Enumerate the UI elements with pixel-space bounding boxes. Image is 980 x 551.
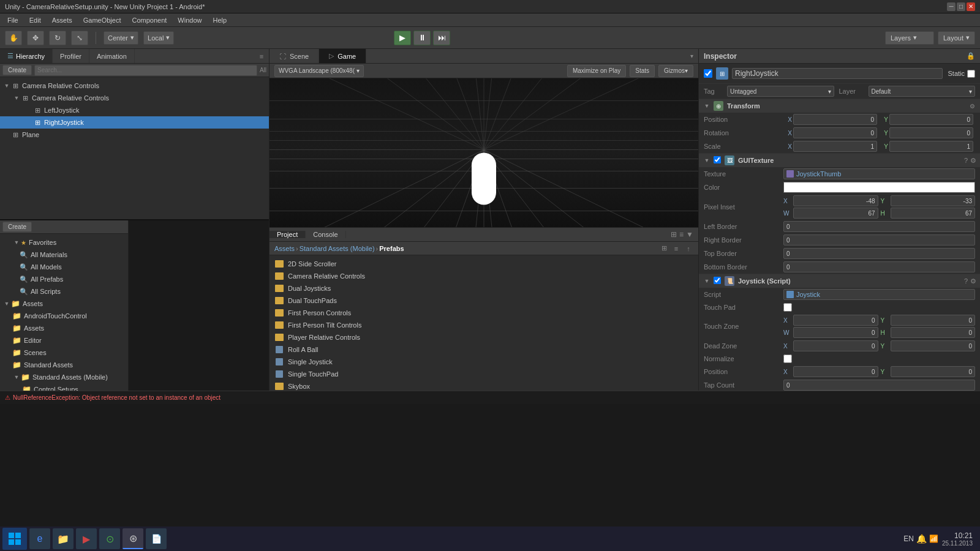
tree-item-camera-relative-child[interactable]: ▼ ⊞ Camera Relative Controls xyxy=(0,92,269,104)
project-panel-icon2[interactable]: ≡ xyxy=(679,230,684,239)
file-dual-touchpads[interactable]: Dual TouchPads xyxy=(270,294,698,307)
file-skybox[interactable]: Skybox xyxy=(270,380,698,391)
menu-window[interactable]: Window xyxy=(173,15,206,25)
proj-all-models[interactable]: 🔍 All Models xyxy=(0,261,128,273)
file-dual-joysticks[interactable]: Dual Joysticks xyxy=(270,282,698,294)
tab-hierarchy[interactable]: ☰ Hierarchy xyxy=(0,49,53,63)
scale-y-input[interactable] xyxy=(889,141,973,152)
transform-header[interactable]: ▼ ⊕ Transform ⚙ xyxy=(699,99,980,113)
create-button[interactable]: Create xyxy=(2,65,32,75)
pause-button[interactable]: ⏸ xyxy=(413,31,431,45)
menu-assets[interactable]: Assets xyxy=(47,15,77,25)
menu-file[interactable]: File xyxy=(2,15,23,25)
play-button[interactable]: ▶ xyxy=(394,31,411,45)
step-button[interactable]: ⏭ xyxy=(433,31,450,45)
proj-assets-sub[interactable]: 📁 Assets xyxy=(0,322,128,334)
proj-control-setups[interactable]: 📁 Control Setups xyxy=(0,383,128,391)
minimize-button[interactable]: ─ xyxy=(947,2,956,11)
right-border-input[interactable] xyxy=(783,234,975,246)
file-first-person-controls[interactable]: First Person Controls xyxy=(270,307,698,319)
files-icon1[interactable]: ⊞ xyxy=(659,244,669,253)
touchpad-checkbox[interactable] xyxy=(783,303,792,312)
file-roll-ball[interactable]: Roll A Ball xyxy=(270,343,698,356)
maximize-button[interactable]: □ xyxy=(957,2,965,11)
guitexture-help-icon[interactable]: ? xyxy=(964,157,968,165)
joystick-checkbox[interactable] xyxy=(714,277,721,284)
tz-h-input[interactable] xyxy=(891,327,976,338)
proj-standard-mobile[interactable]: ▼ 📁 Standard Assets (Mobile) xyxy=(0,371,128,383)
pixel-y-input[interactable] xyxy=(891,195,976,206)
file-camera-relative[interactable]: Camera Relative Controls xyxy=(270,270,698,282)
proj-editor[interactable]: 📁 Editor xyxy=(0,334,128,347)
bottom-border-input[interactable] xyxy=(783,261,975,272)
maximize-on-play[interactable]: Maximize on Play xyxy=(567,65,626,77)
object-active-checkbox[interactable] xyxy=(704,69,712,78)
tab-scene[interactable]: ⛶ Scene xyxy=(270,49,319,63)
file-single-joystick[interactable]: Single Joystick xyxy=(270,356,698,368)
tz-y-input[interactable] xyxy=(891,315,976,326)
static-checkbox[interactable] xyxy=(967,70,975,78)
tree-item-leftjoystick[interactable]: ⊞ LeftJoystick xyxy=(0,104,269,116)
rotation-x-input[interactable] xyxy=(793,127,877,138)
close-button[interactable]: ✕ xyxy=(967,2,975,11)
tapcount-input[interactable] xyxy=(783,380,975,391)
guitexture-settings-icon[interactable]: ⚙ xyxy=(970,157,976,165)
hand-tool[interactable]: ✋ xyxy=(5,31,22,45)
guitexture-header[interactable]: ▼ 🖼 GUITexture ? ⚙ xyxy=(699,154,980,167)
menu-help[interactable]: Help xyxy=(208,15,232,25)
tz-w-input[interactable] xyxy=(793,327,878,338)
breadcrumb-mobile[interactable]: Standard Assets (Mobile) xyxy=(300,245,375,252)
chrome-app[interactable]: ⊙ xyxy=(99,528,120,549)
pixel-w-input[interactable] xyxy=(793,208,878,219)
menu-edit[interactable]: Edit xyxy=(24,15,46,25)
layer-dropdown[interactable]: Default ▾ xyxy=(869,86,976,97)
normalize-checkbox[interactable] xyxy=(783,354,792,363)
object-name-input[interactable] xyxy=(732,68,943,79)
file-single-touchpad[interactable]: Single TouchPad xyxy=(270,368,698,380)
hierarchy-search[interactable] xyxy=(34,65,257,76)
tag-dropdown[interactable]: Untagged ▾ xyxy=(727,86,834,97)
proj-all-materials[interactable]: 🔍 All Materials xyxy=(0,249,128,261)
menu-component[interactable]: Component xyxy=(127,15,172,25)
pivot-dropdown[interactable]: Center ▾ xyxy=(104,31,138,45)
color-swatch[interactable] xyxy=(783,182,975,193)
pixel-h-input[interactable] xyxy=(891,208,976,219)
tree-item-plane[interactable]: ⊞ Plane xyxy=(0,129,269,141)
joystick-help-icon[interactable]: ? xyxy=(964,277,968,285)
scale-tool[interactable]: ⤡ xyxy=(71,31,88,45)
proj-all-prefabs[interactable]: 🔍 All Prefabs xyxy=(0,273,128,285)
tree-item-camera-relative-root[interactable]: ▼ ⊞ Camera Relative Controls xyxy=(0,80,269,92)
tab-project[interactable]: Project xyxy=(270,231,306,238)
folder-app[interactable]: 📁 xyxy=(53,528,74,549)
position-y-input[interactable] xyxy=(889,114,973,125)
proj-assets-root[interactable]: ▼ 📁 Assets xyxy=(0,298,128,310)
file-2d-side-scroller[interactable]: 2D Side Scroller xyxy=(270,258,698,270)
files-icon3[interactable]: ↑ xyxy=(684,244,693,253)
texture-object[interactable]: JoystickThumb xyxy=(783,168,975,179)
script-object[interactable]: Joystick xyxy=(783,289,975,300)
breadcrumb-assets[interactable]: Assets xyxy=(274,245,295,252)
gizmos-button[interactable]: Gizmos ▾ xyxy=(658,65,693,77)
joystick-header[interactable]: ▼ 📜 Joystick (Script) ? ⚙ xyxy=(699,274,980,288)
local-dropdown[interactable]: Local ▾ xyxy=(143,31,174,45)
proj-standard-assets[interactable]: 📁 Standard Assets xyxy=(0,359,128,371)
rotation-y-input[interactable] xyxy=(889,127,973,138)
project-panel-icon3[interactable]: ▼ xyxy=(686,230,693,239)
scale-x-input[interactable] xyxy=(793,141,877,152)
layers-dropdown[interactable]: Layers ▾ xyxy=(885,31,934,45)
js-y-input[interactable] xyxy=(891,366,976,377)
joystick-settings-icon[interactable]: ⚙ xyxy=(970,277,976,285)
transform-settings-icon[interactable]: ⚙ xyxy=(968,102,976,110)
tab-game[interactable]: ▷ Game xyxy=(319,49,366,63)
start-button[interactable] xyxy=(2,528,27,550)
resolution-dropdown[interactable]: WVGA Landscape (800x48( ▾ xyxy=(274,65,364,77)
file-first-person-tilt[interactable]: First Person Tilt Controls xyxy=(270,319,698,331)
proj-scenes[interactable]: 📁 Scenes xyxy=(0,347,128,359)
project-create-button[interactable]: Create xyxy=(2,222,32,232)
lock-icon[interactable]: 🔒 xyxy=(967,52,975,61)
rotate-tool[interactable]: ↻ xyxy=(49,31,66,45)
proj-favorites[interactable]: ▼ ★ Favorites xyxy=(0,236,128,249)
tz-x-input[interactable] xyxy=(793,315,878,326)
js-x-input[interactable] xyxy=(793,366,878,377)
tree-item-rightjoystick[interactable]: ⊞ RightJoystick xyxy=(0,116,269,129)
